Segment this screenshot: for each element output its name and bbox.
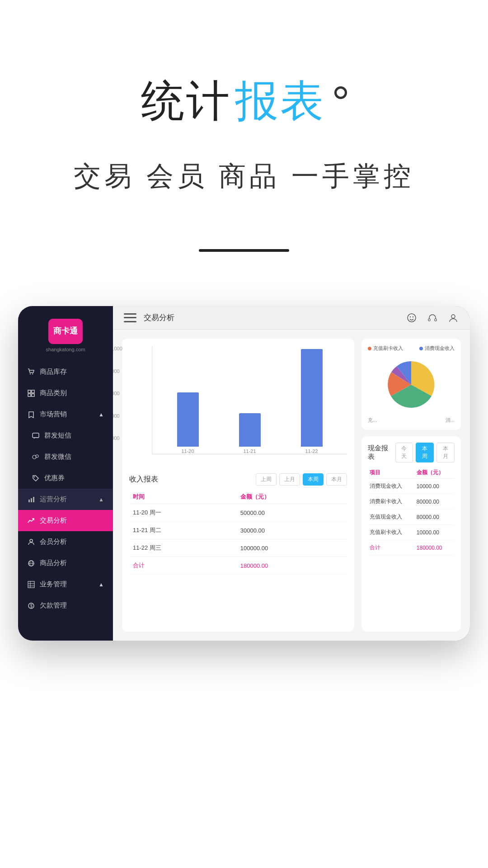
bookmark-icon bbox=[27, 410, 35, 419]
cash-tab-group: 今天 本周 本月 bbox=[395, 443, 455, 462]
tab-last-month[interactable]: 上月 bbox=[279, 473, 300, 486]
table-row: 11-21 周二 30000.00 bbox=[129, 522, 347, 539]
sidebar-item-wechat[interactable]: 群发微信 bbox=[18, 446, 113, 467]
hero-divider bbox=[199, 249, 289, 252]
sidebar-label-ops-analysis: 运营分析 bbox=[40, 495, 67, 504]
cash-total-label: 合计 bbox=[368, 540, 415, 556]
sidebar-label-wechat: 群发微信 bbox=[44, 453, 71, 461]
logo-text: 商卡通 bbox=[53, 326, 78, 336]
legend-dot-recharge bbox=[368, 347, 371, 350]
cart-icon bbox=[27, 368, 35, 376]
topbar: 交易分析 bbox=[113, 306, 470, 330]
hero-title: 统计 报表 bbox=[141, 72, 347, 131]
sidebar-item-member-analysis[interactable]: 会员分析 bbox=[18, 531, 113, 552]
sidebar-item-sms[interactable]: 群发短信 bbox=[18, 425, 113, 446]
legend-item-recharge: 充值刷卡收入 bbox=[368, 345, 403, 352]
bar-1120 bbox=[177, 392, 199, 447]
smiley-icon[interactable] bbox=[406, 312, 418, 324]
cash-tab-today[interactable]: 今天 bbox=[395, 443, 413, 462]
sidebar-item-marketing[interactable]: 市场营销 ▲ bbox=[18, 404, 113, 425]
cash-table-row: 消费现金收入 10000.00 bbox=[368, 479, 455, 494]
svg-point-13 bbox=[30, 539, 33, 542]
person-icon bbox=[27, 538, 35, 546]
grid-icon bbox=[27, 389, 35, 397]
sidebar-label-coupon: 优惠券 bbox=[44, 474, 65, 482]
y-label-20000: 20,000 bbox=[113, 435, 122, 441]
menu-toggle-button[interactable] bbox=[124, 313, 136, 322]
sidebar-label-goods-category: 商品类别 bbox=[40, 389, 67, 397]
content-area: 100,000 80,000 60,000 40,000 20,000 0 bbox=[113, 330, 470, 641]
cash-report-table: 项目 金额（元） 消费现金收入 10000.00 bbox=[368, 467, 455, 556]
sidebar-label-goods-analysis: 商品分析 bbox=[40, 559, 67, 567]
sidebar-label-sms: 群发短信 bbox=[44, 431, 71, 440]
sidebar-logo: 商卡通 shangkatong.com bbox=[18, 306, 113, 361]
biz-arrow: ▲ bbox=[99, 581, 104, 588]
cash-total-amount: 180000.00 bbox=[415, 540, 455, 556]
col-header-amount: 金额（元） bbox=[237, 490, 347, 504]
cash-table-row: 充值刷卡收入 10000.00 bbox=[368, 525, 455, 540]
sidebar-item-coupon[interactable]: 优惠券 bbox=[18, 467, 113, 489]
svg-point-1 bbox=[32, 373, 33, 374]
sidebar-item-goods-analysis[interactable]: 商品分析 bbox=[18, 552, 113, 574]
cash-total-row: 合计 180000.00 bbox=[368, 540, 455, 556]
tag-icon bbox=[32, 474, 40, 482]
cash-tab-this-month[interactable]: 本月 bbox=[436, 443, 455, 462]
pie-card: 充值刷卡收入 消费现金收入 bbox=[361, 339, 461, 430]
svg-rect-2 bbox=[28, 390, 31, 393]
y-label-40000: 40,000 bbox=[113, 413, 122, 419]
hero-section: 统计 报表 交易 会员 商品 一手掌控 bbox=[0, 0, 488, 252]
sidebar-item-biz-manage[interactable]: 业务管理 ▲ bbox=[18, 574, 113, 595]
svg-rect-4 bbox=[28, 394, 31, 396]
bar-label-1121: 11-21 bbox=[243, 448, 256, 454]
bar-chart: 100,000 80,000 60,000 40,000 20,000 0 bbox=[129, 346, 347, 463]
y-label-100000: 100,000 bbox=[113, 346, 122, 351]
sidebar-label-goods-inventory: 商品库存 bbox=[40, 368, 67, 376]
main-content: 交易分析 bbox=[113, 306, 470, 641]
pie-legend: 充值刷卡收入 消费现金收入 bbox=[368, 345, 455, 352]
sidebar-item-ops-analysis[interactable]: 运营分析 ▲ bbox=[18, 489, 113, 510]
sidebar-item-debt-manage[interactable]: $ 欠款管理 bbox=[18, 595, 113, 616]
cash-tab-this-week[interactable]: 本周 bbox=[416, 443, 434, 462]
title-part1: 统计 bbox=[141, 72, 231, 131]
tab-this-month[interactable]: 本月 bbox=[326, 473, 347, 486]
bar-label-1122: 11-22 bbox=[305, 448, 318, 454]
sidebar-item-goods-category[interactable]: 商品类别 bbox=[18, 382, 113, 404]
hero-subtitle: 交易 会员 商品 一手掌控 bbox=[74, 158, 414, 195]
topbar-icons bbox=[406, 312, 459, 324]
row-amount-3: 100000.00 bbox=[237, 539, 347, 557]
table-total-row: 合计 180000.00 bbox=[129, 557, 347, 575]
cash-amount-4: 10000.00 bbox=[415, 525, 455, 540]
income-report-section: 收入报表 上周 上月 本周 本月 bbox=[129, 473, 347, 624]
wechat-icon bbox=[32, 453, 40, 461]
svg-rect-6 bbox=[33, 433, 39, 438]
svg-point-24 bbox=[410, 316, 411, 317]
total-amount: 180000.00 bbox=[237, 557, 347, 575]
tab-this-week[interactable]: 本周 bbox=[303, 473, 324, 486]
svg-rect-17 bbox=[28, 581, 34, 588]
cash-col-amount: 金额（元） bbox=[415, 467, 455, 479]
user-icon[interactable] bbox=[447, 312, 459, 324]
sidebar-label-marketing: 市场营销 bbox=[40, 410, 67, 419]
income-report-title: 收入报表 bbox=[129, 475, 158, 484]
cash-amount-3: 80000.00 bbox=[415, 509, 455, 525]
sidebar-item-goods-inventory[interactable]: 商品库存 bbox=[18, 361, 113, 382]
left-panel: 100,000 80,000 60,000 40,000 20,000 0 bbox=[122, 339, 354, 632]
table-row: 11-20 周一 50000.00 bbox=[129, 504, 347, 522]
title-dot bbox=[334, 86, 347, 99]
bar-group-1122: 11-22 bbox=[301, 349, 323, 454]
total-label: 合计 bbox=[129, 557, 237, 575]
globe-icon bbox=[27, 559, 35, 567]
cash-amount-1: 10000.00 bbox=[415, 479, 455, 494]
tab-last-week[interactable]: 上周 bbox=[256, 473, 277, 486]
y-axis-labels: 100,000 80,000 60,000 40,000 20,000 0 bbox=[113, 346, 122, 463]
svg-rect-12 bbox=[33, 497, 34, 502]
cash-amount-2: 80000.00 bbox=[415, 494, 455, 509]
row-time-1: 11-20 周一 bbox=[129, 504, 237, 522]
col-header-time: 时间 bbox=[129, 490, 237, 504]
svg-point-25 bbox=[413, 316, 413, 317]
pie-chart-svg bbox=[380, 355, 443, 414]
headphone-icon[interactable] bbox=[427, 312, 438, 324]
ops-arrow: ▲ bbox=[99, 496, 104, 503]
sidebar-item-trade-analysis[interactable]: 交易分析 bbox=[18, 510, 113, 531]
bar-group-1120: 11-20 bbox=[177, 392, 199, 454]
